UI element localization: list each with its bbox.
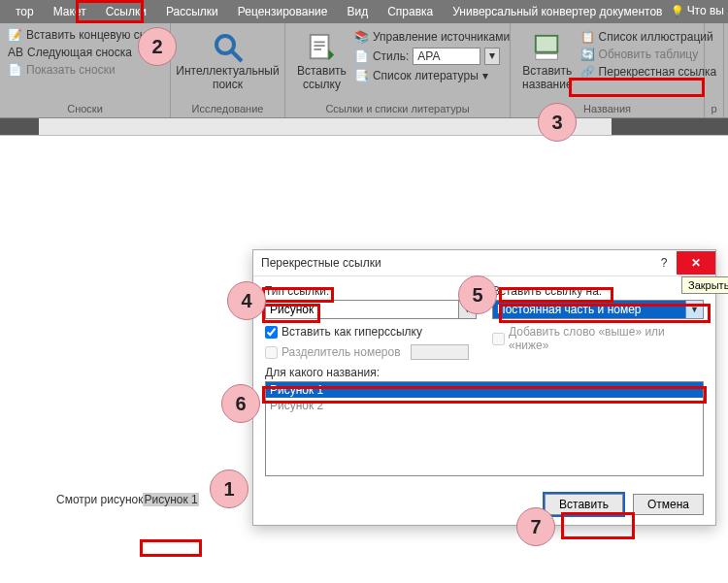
manage-sources-icon: 📚	[354, 30, 369, 44]
insert-button[interactable]: Вставить	[545, 494, 623, 515]
tell-me[interactable]: 💡 Что вы	[671, 4, 724, 17]
citation-icon	[305, 31, 338, 64]
endnote-icon: 📝	[8, 28, 22, 42]
chevron-down-icon: ▼	[685, 301, 703, 318]
tab-mailings[interactable]: Рассылки	[156, 0, 228, 23]
ribbon-tabs: тор Макет Ссылки Рассылки Рецензирование…	[0, 0, 728, 23]
svg-line-1	[232, 51, 242, 61]
insert-caption-button[interactable]: Вставить название	[516, 27, 579, 95]
table-of-figures-button[interactable]: 📋 Список иллюстраций	[579, 29, 719, 45]
manage-sources-button[interactable]: 📚 Управление источниками	[352, 29, 512, 45]
highlight-field-result	[140, 539, 202, 557]
tab-help[interactable]: Справка	[378, 0, 443, 23]
style-icon: 📄	[354, 49, 369, 63]
as-hyperlink-checkbox[interactable]: Вставить как гиперссылку	[265, 325, 477, 339]
caption-icon	[531, 31, 564, 64]
tof-icon: 📋	[580, 30, 595, 44]
update-table-button: 🔄 Обновить таблицу	[579, 47, 719, 62]
callout-7: 7	[516, 507, 555, 546]
ref-type-label: Тип ссылки:	[265, 284, 477, 298]
number-separator-checkbox: Разделитель номеров	[265, 344, 477, 360]
bibliography-button[interactable]: 📑 Список литературы ▾	[352, 68, 512, 83]
svg-point-0	[216, 36, 234, 53]
callout-3: 3	[538, 103, 577, 142]
dialog-close-button[interactable]: ✕	[677, 251, 715, 275]
tab-review[interactable]: Рецензирование	[228, 0, 338, 23]
which-caption-label: Для какого названия:	[265, 366, 380, 379]
group-partial: р	[711, 103, 717, 117]
close-tooltip: Закрыть	[681, 276, 728, 294]
group-research-label: Исследование	[192, 103, 264, 117]
tab-references[interactable]: Ссылки	[96, 0, 156, 23]
cross-ref-field[interactable]: Рисунок 1	[143, 493, 198, 506]
dialog-title: Перекрестные ссылки	[261, 256, 381, 270]
svg-rect-4	[536, 36, 558, 52]
citation-style-combo[interactable]: 📄 Стиль: APA▾	[352, 47, 512, 66]
group-footnotes-label: Сноски	[6, 103, 164, 117]
smart-lookup-button[interactable]: Интеллектуальный поиск	[170, 27, 284, 95]
tab-udc[interactable]: Универсальный конвертер документов	[443, 0, 672, 23]
tab-layout[interactable]: Макет	[44, 0, 96, 23]
callout-6: 6	[221, 384, 260, 423]
ref-type-combo[interactable]: Рисунок▼	[265, 300, 477, 319]
list-item[interactable]: Рисунок 1	[266, 382, 703, 398]
cross-reference-button[interactable]: 🔗 Перекрестная ссылка	[579, 64, 719, 80]
ruler	[0, 118, 728, 136]
callout-2: 2	[138, 27, 177, 66]
crossref-icon: 🔗	[580, 65, 595, 79]
dialog-help-button[interactable]: ?	[651, 256, 677, 270]
show-footnotes-icon: 📄	[8, 63, 22, 77]
insert-on-label: Вставить ссылку на:	[492, 284, 704, 298]
list-item[interactable]: Рисунок 2	[266, 398, 703, 413]
callout-4: 4	[227, 281, 266, 320]
insert-citation-button[interactable]: Вставить ссылку	[291, 27, 352, 95]
bibliography-icon: 📑	[354, 69, 369, 82]
ribbon: 📝 Вставить концевую сн AB Следующая снос…	[0, 23, 728, 118]
callout-5: 5	[458, 275, 497, 314]
tab-view[interactable]: Вид	[337, 0, 378, 23]
smart-lookup-icon	[212, 31, 245, 64]
show-footnotes-button: 📄 Показать сноски	[6, 62, 164, 78]
callout-1: 1	[210, 470, 248, 508]
see-figure-text: Смотри рисунокРисунок 1	[56, 493, 199, 506]
svg-marker-3	[329, 49, 335, 60]
next-footnote-icon: AB	[8, 46, 23, 59]
insert-on-combo[interactable]: Постоянная часть и номер▼	[492, 300, 704, 319]
add-above-below-checkbox: Добавить слово «выше» или «ниже»	[492, 325, 704, 352]
caption-listbox[interactable]: Рисунок 1 Рисунок 2	[265, 381, 704, 476]
svg-rect-5	[536, 54, 558, 60]
tab-partial[interactable]: тор	[6, 0, 44, 23]
update-icon: 🔄	[580, 48, 595, 61]
group-citations-label: Ссылки и списки литературы	[291, 103, 504, 117]
cancel-button[interactable]: Отмена	[633, 494, 704, 515]
